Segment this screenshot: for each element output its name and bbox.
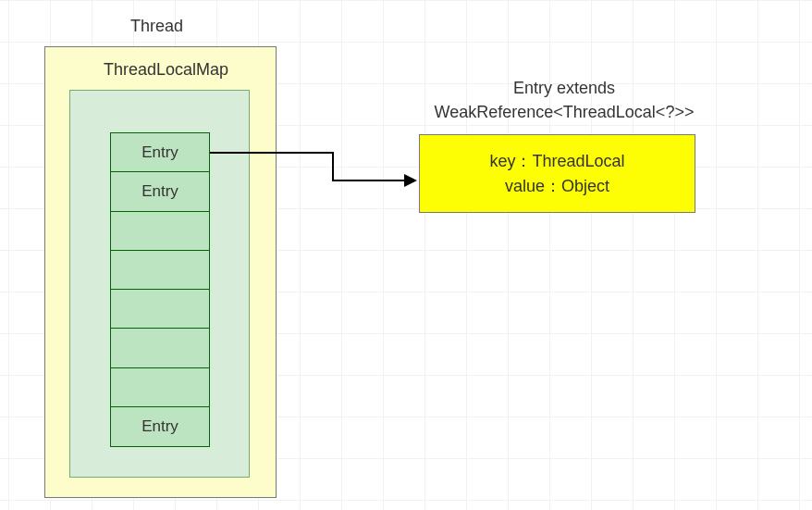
entry-cell	[110, 250, 210, 291]
entries-array: Entry Entry Entry	[110, 132, 210, 456]
entry-cell: Entry	[110, 171, 210, 212]
entry-heading-line1: Entry extends	[513, 79, 615, 97]
entry-cell: Entry	[110, 406, 210, 447]
entry-field-value: value：Object	[505, 174, 609, 198]
svg-marker-0	[404, 174, 417, 187]
entry-field-key: key：ThreadLocal	[489, 149, 624, 173]
entry-cell: Entry	[110, 132, 210, 173]
entry-cell	[110, 367, 210, 408]
arrow-entry-to-definition	[210, 143, 419, 190]
thread-class-label: Thread	[130, 17, 183, 36]
entry-cell	[110, 289, 210, 330]
threadlocalmap-title: ThreadLocalMap	[104, 60, 228, 80]
entry-definition-box: key：ThreadLocal value：Object	[419, 134, 695, 213]
entry-cell	[110, 211, 210, 252]
entry-definition-heading: Entry extends WeakReference<ThreadLocal<…	[416, 76, 712, 124]
entry-cell	[110, 328, 210, 368]
entry-heading-line2: WeakReference<ThreadLocal<?>>	[435, 103, 695, 121]
